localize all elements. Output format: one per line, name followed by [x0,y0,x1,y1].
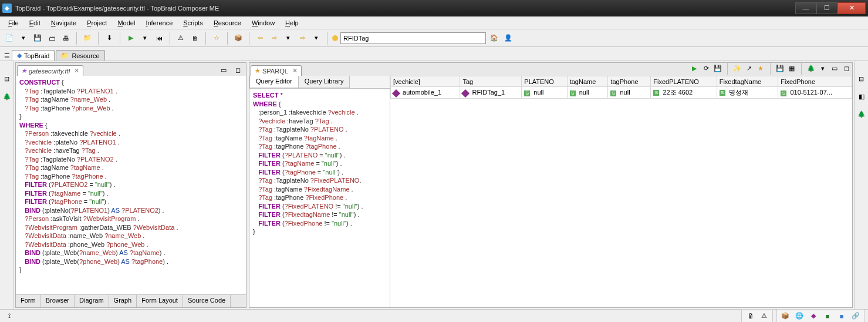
warn2-icon[interactable]: ⚠ [758,310,770,322]
result-header-cell[interactable]: PLATENO [522,76,567,87]
dropdown-icon[interactable]: ▾ [18,32,29,44]
tab-query-editor[interactable]: Query Editor [249,76,299,88]
star-icon[interactable]: ★ [756,63,765,73]
tab-query-library[interactable]: Query Library [299,76,350,88]
menu-window[interactable]: Window [247,18,279,28]
close-button[interactable]: ✕ [837,2,866,14]
menu-edit[interactable]: Edit [25,18,45,28]
menu-inference[interactable]: Inference [141,18,177,28]
tab-formlayout[interactable]: Form Layout [137,295,183,307]
forward-dd-icon[interactable]: ▾ [282,32,294,44]
document-icon[interactable]: 🗎 [189,32,201,44]
restore-icon[interactable]: ⊟ [1,73,13,85]
forward2-dd-icon[interactable]: ▾ [310,32,322,44]
sparql-tabbar: ★ SPARQL ✕ ▶ ⟳ 💾 ✨ ↗ ★ 💾 ▦ 🌲 ▾ ▭ ◻ [249,63,852,76]
warning-icon[interactable]: ⚠ [175,32,187,44]
minimize-pane-icon[interactable]: ▭ [830,63,839,73]
maximize-button[interactable]: ☐ [816,2,837,14]
menu-navigate[interactable]: Navigate [46,18,81,28]
tab-diagram[interactable]: Diagram [75,295,109,307]
folder-icon[interactable]: 📁 [82,32,93,44]
maximize-pane-icon[interactable]: ◻ [842,63,851,73]
person-icon[interactable]: 👤 [502,32,514,44]
print-icon[interactable]: 🖶 [60,32,72,44]
result-cell[interactable]: S null [608,87,651,99]
box-icon[interactable]: 📦 [232,32,244,44]
editor-code-area[interactable]: CONSTRUCT { ?Tag :TagplateNo ?PLATENO1 .… [16,76,246,294]
tab-form[interactable]: Form [16,295,41,307]
result-header-cell[interactable]: tagPhone [608,76,651,87]
back-icon[interactable]: ⇦ [254,32,266,44]
globe-icon[interactable]: 🌐 [793,310,805,322]
result-cell[interactable]: RFIDTag_1 [460,87,522,99]
menu-model[interactable]: Model [113,18,140,28]
result-header-cell[interactable]: Tag [460,76,522,87]
tab-resource[interactable]: 📁 Resource [56,50,104,61]
tab-graph[interactable]: Graph [109,295,137,307]
run-dropdown-icon[interactable]: ▾ [139,32,151,44]
new-icon[interactable]: 📄 [4,32,15,44]
run-query-icon[interactable]: ▶ [690,63,699,73]
perspective-tabs: ☰ ◆ TopBraid 📁 Resource [0,47,868,61]
editor-tab[interactable]: ★ gatesecurity.ttl ✕ [17,65,83,76]
pkg-icon[interactable]: 📦 [779,310,791,322]
menu-help[interactable]: Help [281,18,303,28]
result-data-row[interactable]: automobile_1 RFIDTag_1S nullS nullS null… [391,87,852,99]
result-header-cell[interactable]: FixedPLATENO [651,76,717,87]
db-icon[interactable]: 🛢 [744,310,756,322]
result-cell[interactable]: S 명성재 [717,87,778,99]
result-header-cell[interactable]: FixedtagName [717,76,778,87]
restore-icon[interactable]: ⊟ [856,73,867,85]
menu-resource[interactable]: Resource [209,18,246,28]
close-tab-icon[interactable]: ✕ [292,67,298,75]
menu-scripts[interactable]: Scripts [178,18,208,28]
forward-icon[interactable]: ⇨ [268,32,280,44]
menu-icon[interactable]: ▾ [818,63,828,73]
download-icon[interactable]: ⬇ [103,32,115,44]
diamond-icon[interactable]: ◆ [808,310,819,322]
result-cell[interactable]: S null [522,87,567,99]
result-cell[interactable]: automobile_1 [391,87,460,99]
save-icon[interactable]: 💾 [32,32,43,44]
tab-topbraid[interactable]: ◆ TopBraid [12,50,55,61]
refresh-icon[interactable]: ⟳ [701,63,711,73]
save-query-icon[interactable]: 💾 [713,63,722,73]
run-icon[interactable]: ▶ [125,32,137,44]
save2-icon[interactable]: 💾 [775,63,785,73]
menu-project[interactable]: Project [82,18,112,28]
result-header-cell[interactable]: tagName [567,76,608,87]
link-icon[interactable]: 🔗 [850,310,862,322]
square-icon[interactable]: ■ [822,310,833,322]
sparql-code-area[interactable]: SELECT *WHERE { :person_1 :takevechicle … [249,89,390,307]
result-cell[interactable]: S null [567,87,608,99]
rewind-icon[interactable]: ⏮ [153,32,165,44]
grid-icon[interactable]: ▦ [787,63,796,73]
star-icon[interactable]: ☆ [211,32,222,44]
home-icon[interactable]: 🏠 [488,32,500,44]
minimize-pane-icon[interactable]: ▭ [218,64,229,76]
result-cell[interactable]: S 22조 4602 [651,87,717,99]
tree-icon[interactable]: 🌲 [1,90,13,102]
close-tab-icon[interactable]: ✕ [74,67,79,75]
result-header-cell[interactable]: [vechicle] [391,76,460,87]
perspective-icon[interactable]: ☰ [2,51,12,61]
tree-icon[interactable]: 🌲 [856,108,867,120]
square2-icon[interactable]: ■ [836,310,847,322]
saveall-icon[interactable]: 🗃 [46,32,58,44]
wand-icon[interactable]: ✨ [732,63,742,73]
forward2-icon[interactable]: ⇨ [296,32,308,44]
panel-icon[interactable]: ◧ [856,90,867,102]
status-group-2: 📦 🌐 ◆ ■ ■ 🔗 [776,309,864,323]
tab-browser[interactable]: Browser [41,295,75,307]
sparql-tab[interactable]: ★ SPARQL ✕ [251,65,302,76]
result-cell[interactable]: S 010-5121-07... [778,87,852,99]
minimize-button[interactable]: — [795,2,816,14]
tree2-icon[interactable]: 🌲 [806,63,816,73]
tab-sourcecode[interactable]: Source Code [183,295,231,307]
status-icon[interactable]: ⟟ [4,310,15,322]
maximize-pane-icon[interactable]: ◻ [232,64,244,76]
menu-file[interactable]: File [4,18,23,28]
export-icon[interactable]: ↗ [744,63,754,73]
result-header-cell[interactable]: FixedPhone [778,76,852,87]
search-input[interactable] [340,32,486,44]
